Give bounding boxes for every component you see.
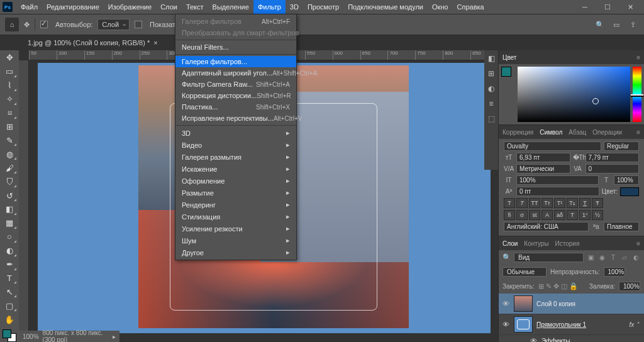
dodge-tool[interactable]: ◐ — [2, 245, 17, 257]
smallcaps-button[interactable]: Tт — [541, 198, 553, 208]
underline-button[interactable]: T — [579, 198, 591, 208]
menuitem[interactable]: Исправление перспективы...Alt+Ctrl+V — [175, 113, 296, 124]
menuitem[interactable]: Другое▸ — [175, 246, 296, 258]
menuitem[interactable]: Адаптивный широкий угол...Alt+Shift+Ctrl… — [175, 67, 296, 79]
language[interactable]: Английский: США — [504, 222, 589, 231]
menu-файл[interactable]: Файл — [16, 0, 42, 14]
visibility-icon[interactable]: 👁 — [529, 337, 538, 342]
menu-3d[interactable]: 3D — [286, 0, 303, 14]
menuitem[interactable]: Искажение▸ — [175, 163, 296, 175]
baseline[interactable]: 0 пт — [516, 187, 599, 196]
pen-tool[interactable]: ✒ — [2, 258, 17, 271]
hand-tool[interactable]: ✋ — [2, 313, 17, 326]
minimize-button[interactable]: ─ — [574, 3, 596, 11]
blur-tool[interactable]: ○ — [2, 231, 17, 243]
info-arrow-icon[interactable]: ▸ — [113, 333, 116, 340]
menu-окно[interactable]: Окно — [428, 0, 453, 14]
font-family[interactable]: Ouvalty — [504, 141, 601, 151]
history-brush-tool[interactable]: ↺ — [2, 189, 17, 202]
menu-подключаемые модули[interactable]: Подключаемые модули — [343, 0, 428, 14]
color-spectrum[interactable] — [518, 67, 630, 122]
eyedropper-tool[interactable]: ✎ — [2, 134, 17, 146]
font-size[interactable]: 6,93 пт — [516, 153, 570, 162]
menuitem[interactable]: Пластика...Shift+Ctrl+X — [175, 101, 296, 113]
menu-выделение[interactable]: Выделение — [208, 0, 253, 14]
opacity[interactable]: 100% — [604, 267, 625, 277]
sub-button[interactable]: T₁ — [567, 198, 578, 208]
maximize-button[interactable]: ☐ — [596, 3, 619, 11]
allcaps-button[interactable]: TT — [529, 198, 540, 208]
kerning[interactable]: Метрически — [516, 164, 570, 174]
panel-tab[interactable]: Абзац — [569, 129, 586, 136]
menuitem[interactable]: Галерея размытия▸ — [175, 151, 296, 163]
type-tool[interactable]: T — [2, 272, 17, 285]
fill[interactable]: 100% — [619, 282, 640, 291]
eraser-tool[interactable]: ◧ — [2, 203, 17, 216]
lasso-tool[interactable]: ⌇ — [2, 79, 17, 92]
dock-icon[interactable]: ◐ — [488, 84, 494, 93]
menuitem[interactable]: Рендеринг▸ — [175, 199, 296, 211]
search-icon[interactable]: 🔍 — [594, 18, 606, 31]
vscale[interactable]: 100% — [516, 175, 599, 185]
tracking[interactable]: 0 — [586, 164, 640, 174]
color-swatch[interactable] — [3, 329, 16, 342]
path-tool[interactable]: ↖ — [2, 285, 17, 298]
menuitem[interactable]: Галерея фильтров... — [175, 56, 296, 67]
panel-tab[interactable]: История — [555, 240, 580, 247]
layer-filter[interactable]: Вид — [514, 253, 584, 262]
autoselect-checkbox[interactable] — [40, 21, 48, 28]
gradient-tool[interactable]: ▦ — [2, 217, 17, 229]
stamp-tool[interactable]: ⛉ — [2, 175, 17, 188]
menu-изображение[interactable]: Изображение — [104, 0, 156, 14]
menuitem[interactable]: Стилизация▸ — [175, 211, 296, 223]
menuitem[interactable]: Размытие▸ — [175, 187, 296, 199]
strike-button[interactable]: Ŧ — [592, 198, 603, 208]
font-style[interactable]: Regular — [604, 141, 639, 151]
menuitem[interactable]: Шум▸ — [175, 234, 296, 246]
blend-mode[interactable]: Обычные — [502, 267, 547, 277]
menu-редактирование[interactable]: Редактирование — [42, 0, 104, 14]
menu-просмотр[interactable]: Просмотр — [303, 0, 343, 14]
super-button[interactable]: T¹ — [554, 198, 565, 208]
document-tab[interactable]: 1.jpg @ 100% (Слой 0 копия, RGB/8) * × — [21, 36, 164, 49]
move-tool[interactable]: ✥ — [2, 52, 17, 64]
lock-icon[interactable]: ⊞ ✎ ✥ ◫ 🔒 — [538, 282, 578, 290]
visibility-icon[interactable]: 👁 — [501, 321, 510, 328]
menu-справка[interactable]: Справка — [453, 0, 489, 14]
leading[interactable]: 7,79 пт — [586, 153, 640, 162]
menuitem[interactable]: Усиление резкости▸ — [175, 223, 296, 234]
frame-tool[interactable]: ⊞ — [2, 121, 17, 133]
panel-menu-icon[interactable]: ≡ — [636, 54, 640, 61]
menuitem[interactable]: Видео▸ — [175, 139, 296, 151]
layer-row[interactable]: 👁Слой 0 копия — [499, 294, 644, 314]
crop-tool[interactable]: ⌗ — [2, 107, 17, 119]
text-color-swatch[interactable] — [620, 187, 639, 196]
menuitem[interactable]: Neural Filters... — [175, 41, 296, 53]
panel-tab[interactable]: Контуры — [524, 240, 548, 247]
menuitem[interactable]: Оформление▸ — [175, 175, 296, 187]
layer-row[interactable]: 👁Прямоугольник 1fx ˄ — [499, 314, 644, 335]
shape-tool[interactable]: ▢ — [2, 299, 17, 312]
autoselect-dropdown[interactable]: Слой — [97, 19, 130, 30]
bold-button[interactable]: T — [504, 198, 515, 208]
marquee-tool[interactable]: ▭ — [2, 65, 17, 78]
dock-icon[interactable]: ⬚ — [488, 114, 495, 123]
wand-tool[interactable]: ✧ — [2, 93, 17, 106]
dock-icon[interactable]: ⊞ — [488, 69, 494, 78]
menuitem[interactable]: Коррекция дисторсии...Shift+Ctrl+R — [175, 90, 296, 101]
home-button[interactable]: ⌂ — [5, 18, 19, 31]
panel-menu-icon[interactable]: ≡ — [636, 240, 640, 247]
layer-row[interactable]: 👁Эффекты — [499, 335, 644, 342]
brush-tool[interactable]: 🖌 — [2, 162, 17, 174]
panel-tab[interactable]: Операции — [592, 129, 622, 136]
close-button[interactable]: ✕ — [619, 3, 641, 11]
zoom-level[interactable]: 100% — [23, 333, 39, 340]
foreground-swatch[interactable] — [501, 67, 511, 77]
dock-icon[interactable]: ◧ — [488, 54, 495, 63]
dock-icon[interactable]: ≡ — [489, 99, 493, 108]
share-icon[interactable]: ⇪ — [626, 18, 639, 31]
menuitem[interactable]: 3D▸ — [175, 127, 296, 139]
panel-tab[interactable]: Слои — [502, 240, 518, 247]
workspace-icon[interactable]: ▭ — [610, 18, 623, 31]
menu-слои[interactable]: Слои — [156, 0, 182, 14]
